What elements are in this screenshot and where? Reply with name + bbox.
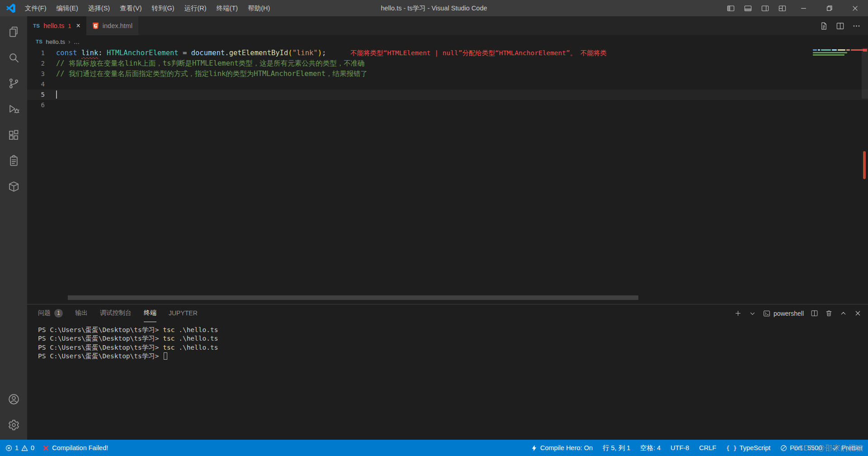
indentation[interactable]: 空格: 4 <box>640 444 660 452</box>
line-number[interactable]: 3 <box>27 69 56 79</box>
check-icon <box>832 445 839 451</box>
breadcrumb-symbol[interactable]: … <box>74 38 80 45</box>
encoding[interactable]: UTF-8 <box>670 444 689 451</box>
menu-help[interactable]: 帮助(H) <box>243 0 275 16</box>
menu-run[interactable]: 运行(R) <box>179 0 211 16</box>
tab-error-badge: 1 <box>68 23 71 29</box>
activity-item-notes[interactable] <box>0 148 27 174</box>
terminal-icon <box>763 310 770 317</box>
menu-go[interactable]: 转到(G) <box>147 0 179 16</box>
restore-button[interactable] <box>816 0 842 16</box>
code-line-4[interactable]: 4 <box>27 79 868 90</box>
language-mode[interactable]: { } TypeScript <box>726 444 770 451</box>
circle-slash-icon <box>780 445 787 451</box>
activity-item-package[interactable] <box>0 174 27 200</box>
code-line-6[interactable]: 6 <box>27 100 868 110</box>
terminal-line: PS C:\Users\蛋蛋\Desktop\ts学习> tsc .\hello… <box>38 326 868 334</box>
toggle-secondary-sidebar-icon[interactable] <box>756 0 774 16</box>
tab-hello-ts[interactable]: TS hello.ts 1 × <box>27 16 86 35</box>
overview-ruler-error-mark <box>863 49 867 52</box>
code-line-5[interactable]: 5 <box>27 90 868 100</box>
cursor-position[interactable]: 行 5, 列 1 <box>603 444 630 452</box>
code-line-3[interactable]: 3// 我们通过在变量名后面指定类型的方式，指定link的类型为HTMLAnch… <box>27 69 868 79</box>
code-line-1[interactable]: 1const link: HTMLAnchorElement = documen… <box>27 48 868 58</box>
toggle-sidebar-icon[interactable] <box>722 0 739 16</box>
error-icon <box>5 445 12 451</box>
title-bar: 文件(F) 编辑(E) 选择(S) 查看(V) 转到(G) 运行(R) 终端(T… <box>0 0 868 16</box>
eol-sequence[interactable]: CRLF <box>699 444 716 451</box>
problems-summary[interactable]: 1 0 <box>5 444 34 451</box>
activity-item-search[interactable] <box>0 45 27 71</box>
panel-tab-problems[interactable]: 问题 1 <box>38 304 63 322</box>
menu-edit[interactable]: 编辑(E) <box>52 0 83 16</box>
terminal-cursor <box>164 352 167 360</box>
line-number[interactable]: 6 <box>27 100 56 110</box>
close-window-button[interactable] <box>842 0 868 16</box>
source-control-icon <box>8 77 20 90</box>
menu-terminal[interactable]: 终端(T) <box>212 0 243 16</box>
panel-tab-jupyter[interactable]: JUPYTER <box>169 304 198 322</box>
vscode-logo-icon <box>6 4 15 13</box>
line-number[interactable]: 5 <box>27 90 56 100</box>
activity-item-extensions[interactable] <box>0 122 27 148</box>
panel-tab-debug-console[interactable]: 调试控制台 <box>100 304 132 322</box>
terminal-line: PS C:\Users\蛋蛋\Desktop\ts学习> <box>38 352 868 361</box>
compile-hero-status[interactable]: Compile Hero: On <box>531 444 593 451</box>
terminal-launch-dropdown-icon[interactable] <box>749 309 756 317</box>
line-number[interactable]: 2 <box>27 58 56 69</box>
activity-item-source-control[interactable] <box>0 71 27 96</box>
terminal-shell-picker[interactable]: powershell <box>763 310 804 317</box>
line-number[interactable]: 1 <box>27 48 56 58</box>
split-editor-icon[interactable] <box>836 22 844 30</box>
activity-item-run-debug[interactable] <box>0 96 27 122</box>
customize-layout-icon[interactable] <box>774 0 791 16</box>
vertical-scrollbar[interactable] <box>862 48 868 99</box>
open-preview-icon[interactable] <box>820 22 828 30</box>
menu-file[interactable]: 文件(F) <box>20 0 52 16</box>
live-server-port[interactable]: Port : 5500 <box>780 444 822 451</box>
line-content: // 将鼠标放在变量名link上面，ts判断是HTMLElement类型，这是所… <box>56 58 365 69</box>
code-line-2[interactable]: 2// 将鼠标放在变量名link上面，ts判断是HTMLElement类型，这是… <box>27 58 868 69</box>
minimize-button[interactable] <box>791 0 816 16</box>
status-bar: 1 0 Compilation Failed! Compile Hero: On… <box>0 440 868 456</box>
tab-index-html[interactable]: index.html <box>86 16 139 35</box>
code-lines: 1const link: HTMLAnchorElement = documen… <box>27 48 868 110</box>
new-terminal-icon[interactable] <box>734 309 742 317</box>
prettier-status[interactable]: Prettier <box>832 444 863 451</box>
terminal-output[interactable]: PS C:\Users\蛋蛋\Desktop\ts学习> tsc .\hello… <box>27 322 868 440</box>
activity-item-settings[interactable] <box>0 412 27 438</box>
line-number[interactable]: 4 <box>27 79 56 90</box>
more-actions-icon[interactable] <box>852 22 861 30</box>
activity-item-accounts[interactable] <box>0 386 27 412</box>
extensions-icon <box>8 129 20 141</box>
minimap[interactable] <box>812 48 862 125</box>
clipboard-icon <box>8 155 20 167</box>
compile-hero-icon <box>531 445 538 451</box>
breadcrumb-file[interactable]: hello.ts <box>46 38 65 45</box>
code-editor[interactable]: 1const link: HTMLAnchorElement = documen… <box>27 48 868 304</box>
vscode-window: 文件(F) 编辑(E) 选择(S) 查看(V) 转到(G) 运行(R) 终端(T… <box>0 0 868 456</box>
problems-count-badge: 1 <box>54 309 63 318</box>
compilation-status[interactable]: Compilation Failed! <box>42 444 108 451</box>
panel-tab-output[interactable]: 输出 <box>75 304 88 322</box>
activity-item-explorer[interactable] <box>0 19 27 45</box>
tab-label: index.html <box>103 22 132 29</box>
maximize-panel-icon[interactable] <box>840 309 847 317</box>
menu-view[interactable]: 查看(V) <box>115 0 146 16</box>
html-file-icon <box>92 22 99 29</box>
editor-tab-bar: TS hello.ts 1 × index.html <box>27 16 868 35</box>
menu-selection[interactable]: 选择(S) <box>83 0 115 16</box>
package-icon <box>8 180 20 193</box>
panel-tab-terminal[interactable]: 终端 <box>144 304 156 322</box>
settings-gear-icon <box>8 419 20 431</box>
menu-bar: 文件(F) 编辑(E) 选择(S) 查看(V) 转到(G) 运行(R) 终端(T… <box>20 0 275 16</box>
activity-bar <box>0 16 27 440</box>
split-terminal-icon[interactable] <box>811 309 818 317</box>
toggle-panel-icon[interactable] <box>739 0 756 16</box>
close-panel-icon[interactable] <box>854 309 862 317</box>
breadcrumb: TS hello.ts › … <box>27 35 868 48</box>
close-tab-icon[interactable]: × <box>76 22 80 29</box>
kill-terminal-icon[interactable] <box>825 309 833 317</box>
terminal-toolbar: powershell <box>734 304 862 322</box>
horizontal-scrollbar[interactable] <box>68 295 638 300</box>
